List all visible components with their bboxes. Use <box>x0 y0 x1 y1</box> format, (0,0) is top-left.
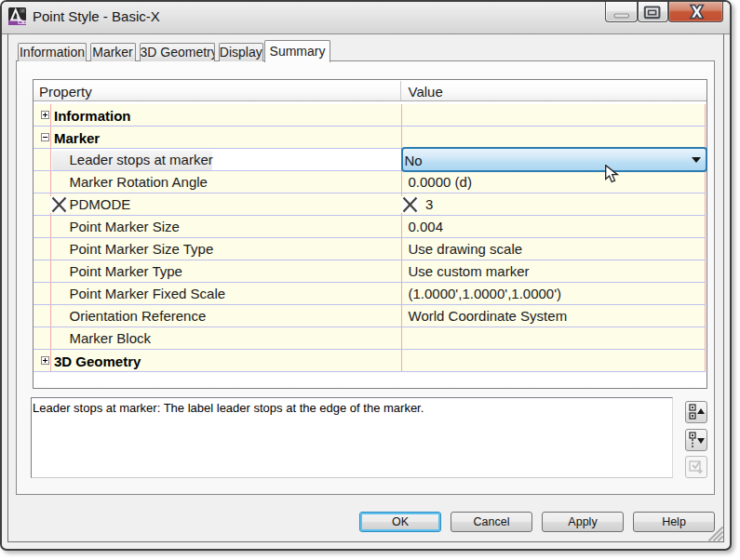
svg-text:C3D: C3D <box>18 20 26 25</box>
